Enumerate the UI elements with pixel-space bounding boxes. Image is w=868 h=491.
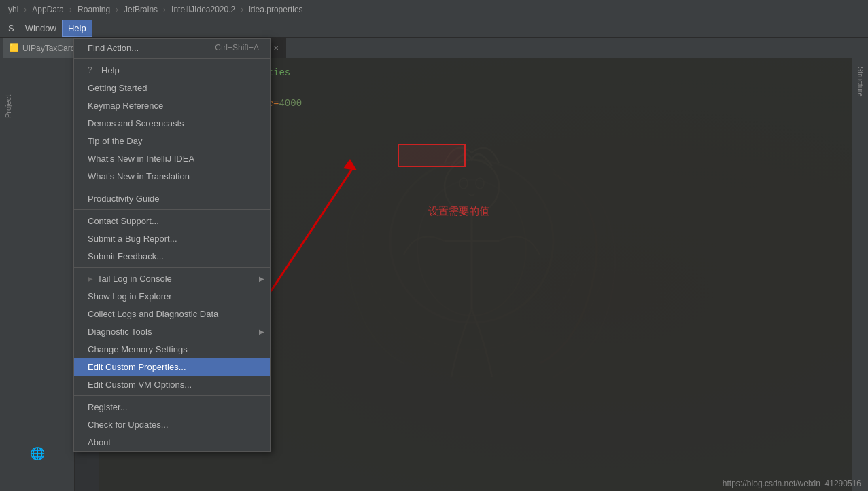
- menu-window[interactable]: Window: [20, 20, 62, 36]
- value-highlight-box: [398, 144, 466, 167]
- menu-submit-bug[interactable]: Submit a Bug Report...: [74, 230, 270, 247]
- title-bar: yhl › AppData › Roaming › JetBrains › In…: [0, 0, 868, 19]
- separator-1: [74, 58, 270, 59]
- menu-bar: S Window Help: [0, 19, 868, 38]
- menu-keymap-reference[interactable]: Keymap Reference: [74, 96, 270, 114]
- menu-productivity-guide[interactable]: Productivity Guide: [74, 189, 270, 207]
- help-question-icon: ?: [88, 65, 97, 75]
- tab-icon-uipaytaxcard: 🟨: [10, 43, 19, 52]
- separator-5: [74, 395, 270, 396]
- chinese-annotation: 设置需要的值: [428, 205, 489, 218]
- breadcrumb-yhl[interactable]: yhl: [5, 3, 21, 16]
- breadcrumb-appdata[interactable]: AppData: [29, 3, 67, 16]
- menu-collect-logs[interactable]: Collect Logs and Diagnostic Data: [74, 305, 270, 323]
- menu-whats-new-intellij[interactable]: What's New in IntelliJ IDEA: [74, 149, 270, 167]
- menu-submit-feedback[interactable]: Submit Feedback...: [74, 247, 270, 265]
- menu-whats-new-translation[interactable]: What's New in Translation: [74, 167, 270, 185]
- menu-register[interactable]: Register...: [74, 398, 270, 416]
- breadcrumb-properties[interactable]: idea.properties: [246, 3, 305, 16]
- menu-diagnostic-tools[interactable]: Diagnostic Tools: [74, 323, 270, 340]
- separator-3: [74, 209, 270, 210]
- menu-change-memory[interactable]: Change Memory Settings: [74, 340, 270, 358]
- menu-edit-custom-properties[interactable]: Edit Custom Properties...: [74, 358, 270, 376]
- breadcrumb-jetbrains[interactable]: JetBrains: [121, 3, 160, 16]
- project-label: Project: [0, 61, 74, 121]
- url-footer: https://blog.csdn.net/weixin_41290516: [723, 479, 861, 488]
- side-icons: 🌐: [0, 443, 74, 464]
- menu-demos-screencasts[interactable]: Demos and Screencasts: [74, 114, 270, 132]
- project-side-tab[interactable]: Project: [4, 64, 12, 118]
- menu-s[interactable]: S: [3, 20, 20, 36]
- menu-contact-support[interactable]: Contact Support...: [74, 212, 270, 230]
- breadcrumb-idea[interactable]: IntelliJIdea2020.2: [169, 3, 238, 16]
- globe-icon[interactable]: 🌐: [30, 446, 45, 461]
- help-menu-dropdown: Find Action... Ctrl+Shift+A ? Help Getti…: [73, 38, 271, 452]
- menu-help[interactable]: Help: [62, 20, 92, 37]
- submenu-triangle-icon: ▶: [88, 275, 93, 283]
- left-panel: Project 🌐: [0, 58, 75, 491]
- menu-edit-vm-options[interactable]: Edit Custom VM Options...: [74, 376, 270, 393]
- menu-about[interactable]: About: [74, 433, 270, 451]
- separator-2: [74, 187, 270, 187]
- menu-check-updates[interactable]: Check for Updates...: [74, 416, 270, 433]
- menu-help-item[interactable]: ? Help: [74, 61, 270, 79]
- breadcrumb-roaming[interactable]: Roaming: [75, 3, 113, 16]
- vertical-tabs: Structure: [852, 58, 868, 491]
- menu-show-log[interactable]: Show Log in Explorer: [74, 287, 270, 305]
- menu-find-action[interactable]: Find Action... Ctrl+Shift+A: [74, 39, 270, 56]
- menu-tail-log[interactable]: ▶ Tail Log in Console: [74, 270, 270, 287]
- menu-tip-of-day[interactable]: Tip of the Day: [74, 132, 270, 149]
- separator-4: [74, 267, 270, 268]
- menu-getting-started[interactable]: Getting Started: [74, 79, 270, 96]
- vertical-tab-structure[interactable]: Structure: [854, 64, 867, 100]
- tab-close-icon[interactable]: ✕: [273, 44, 279, 52]
